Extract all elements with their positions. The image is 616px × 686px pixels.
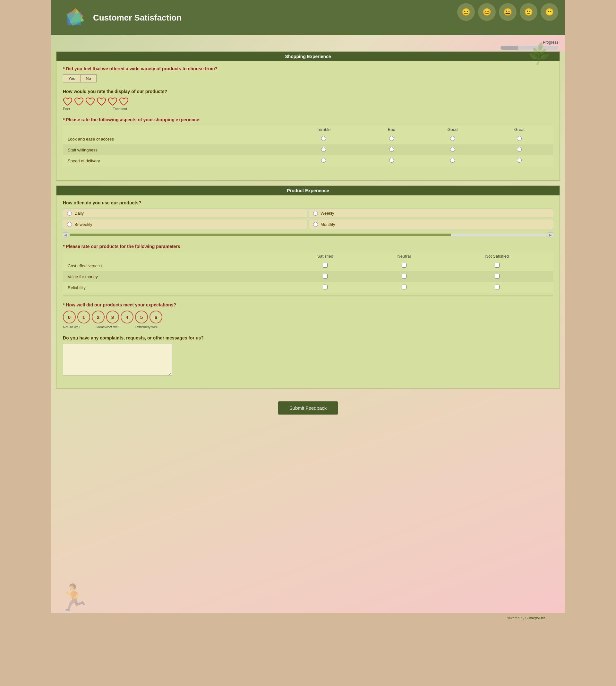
num-btn-2[interactable]: 2 [92,311,105,324]
cb-neutral-3[interactable] [402,285,406,289]
header-title: Customer Satisfaction [93,13,182,23]
progress-bar-fill [501,46,518,50]
num-btn-4[interactable]: 4 [120,311,133,324]
col-satisfied: Satisfied [284,252,367,260]
num-btn-6[interactable]: 6 [150,311,162,324]
num-btn-0[interactable]: 0 [63,311,76,324]
radio-cell [364,155,419,166]
cb-satisfied-2[interactable] [323,274,328,279]
heart-5[interactable] [108,97,117,106]
freq-biweekly[interactable]: Bi-weekly [63,220,307,229]
shopping-section-header: Shopping Experience [57,52,559,61]
cb-satisfied-3[interactable] [323,285,328,289]
cb-cell [284,271,367,282]
slider-left-arrow[interactable]: ◀ [63,232,68,238]
footer: Powered by SurveyVista [0,613,616,623]
radio-bad-2[interactable] [389,147,394,152]
cb-neutral-1[interactable] [402,263,406,268]
feedback-textarea[interactable] [63,344,172,376]
radio-bad-3[interactable] [389,158,394,163]
cb-cell [441,271,553,282]
heart-2[interactable] [74,97,84,106]
slider-right-arrow[interactable]: ▶ [548,232,553,238]
somewhat-well-label: Somewhat well [95,325,119,329]
product-q1-label: How often do you use our products? [63,200,553,205]
product-q3-label: * How well did our products meet your ex… [63,302,553,307]
no-button[interactable]: No [80,74,96,83]
slider-container: ◀ ▶ [63,232,553,238]
radio-great-1[interactable] [517,136,522,141]
col-neutral: Neutral [367,252,441,260]
radio-biweekly[interactable] [67,222,72,227]
radio-cell [364,145,419,155]
slider-track[interactable] [70,234,546,236]
product-q2: * Please rate our products for the follo… [63,244,553,296]
cb-notsatisfied-2[interactable] [495,274,500,279]
radio-great-3[interactable] [517,158,522,163]
num-btn-5[interactable]: 5 [135,311,148,324]
radio-terrible-2[interactable] [321,147,326,152]
cb-cell [367,271,441,282]
heart-6[interactable] [119,97,129,106]
cb-cell [284,260,367,271]
shopping-q1-label: * Did you feel that we offered a wide va… [63,66,553,71]
col-terrible: Terrible [284,126,364,133]
radio-cell [284,145,364,155]
product-q1: How often do you use our products? Daily… [63,200,553,238]
cb-satisfied-1[interactable] [323,263,328,268]
radio-weekly[interactable] [313,211,318,216]
heart-1[interactable] [63,97,72,106]
header: Customer Satisfaction 😐 😊 😀 🙂 😶 [51,0,565,35]
cb-notsatisfied-3[interactable] [495,285,500,289]
yes-button[interactable]: Yes [63,74,80,83]
radio-great-2[interactable] [517,147,522,152]
not-so-well-label: Not so well [63,325,80,329]
product-q3: * How well did our products meet your ex… [63,302,553,329]
product-section: Product Experience How often do you use … [56,185,560,389]
shopping-q2: How would you rate the display of our pr… [63,89,553,111]
product-content: How often do you use our products? Daily… [57,195,559,388]
row-label-1: Look and ease of access [63,133,284,145]
product-section-header: Product Experience [57,186,559,195]
progress-area: Progress [51,35,565,51]
num-btn-1[interactable]: 1 [77,311,90,324]
heart-4[interactable] [96,97,106,106]
heart-3[interactable] [85,97,95,106]
radio-bad-1[interactable] [389,136,394,141]
freq-weekly[interactable]: Weekly [309,208,553,218]
radio-terrible-3[interactable] [321,158,326,163]
radio-good-3[interactable] [450,158,455,163]
radio-cell [419,155,486,166]
freq-monthly[interactable]: Monthly [309,220,553,229]
powered-by-label: Powered by [506,616,524,620]
checkbox-table: Satisfied Neutral Not Satisfied Cost eff… [63,252,553,293]
submit-button[interactable]: Submit Feedback [278,401,338,415]
col-bad: Bad [364,126,419,133]
radio-terrible-1[interactable] [321,136,326,141]
cb-cell [441,260,553,271]
freq-daily[interactable]: Daily [63,208,307,218]
col-not-satisfied: Not Satisfied [441,252,553,260]
cb-notsatisfied-1[interactable] [495,263,500,268]
face-5: 😶 [541,3,558,21]
product-q2-label: * Please rate our products for the follo… [63,244,553,249]
submit-area: Submit Feedback [51,393,565,418]
number-rating: 0 1 2 3 4 5 6 [63,311,553,324]
face-4: 🙂 [520,3,537,21]
cb-neutral-2[interactable] [402,274,406,279]
logo-icon [64,6,87,29]
radio-good-2[interactable] [450,147,455,152]
radio-monthly[interactable] [313,222,318,227]
col-spacer-cb [63,252,284,260]
radio-cell [486,133,553,145]
shopping-section: Shopping Experience * Did you feel that … [56,51,560,181]
table-row: Speed of delivery [63,155,553,166]
shopping-q3-label: * Please rate the following aspects of y… [63,117,553,122]
extremely-well-label: Extremely well [135,325,157,329]
product-q4-label: Do you have any complaints, requests, or… [63,335,553,340]
cb-cell [441,282,553,293]
heart-labels: Poor Excellent [63,107,127,111]
num-btn-3[interactable]: 3 [106,311,119,324]
radio-daily[interactable] [67,211,72,216]
radio-good-1[interactable] [450,136,455,141]
